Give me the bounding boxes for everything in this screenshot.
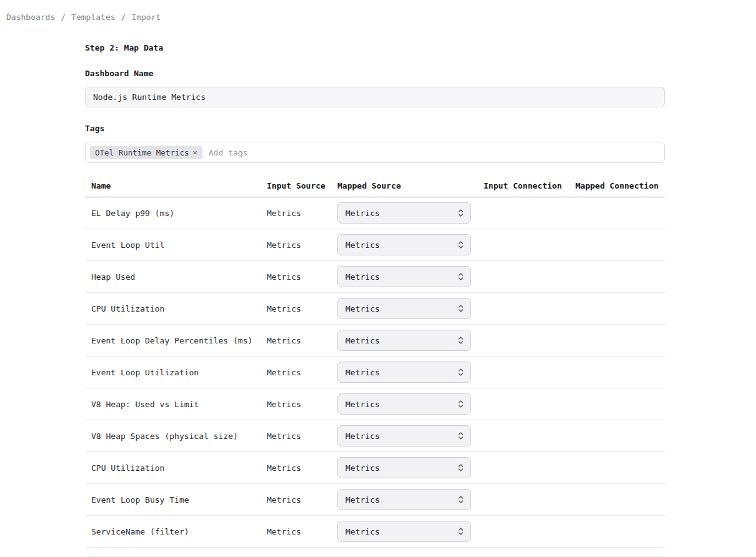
mapped-source-select[interactable]: Metrics [337,330,471,351]
mapped-source-select[interactable]: Metrics [337,298,471,319]
dashboard-name-input[interactable] [85,87,665,107]
add-tags-input[interactable] [209,148,660,157]
table-header-row: Name Input Source Mapped Source Input Co… [85,174,665,197]
breadcrumb-item-templates[interactable]: Templates [71,12,115,22]
row-name: Event Loop Delay Percentiles (ms) [85,336,267,345]
table-row: V8 Heap: Used vs Limit Metrics Metrics [85,388,665,420]
row-input-source: Metrics [267,240,337,250]
mapped-source-value: Metrics [346,304,380,313]
row-name: ServiceName (filter) [85,527,267,536]
mapped-source-select[interactable]: Metrics [337,457,471,478]
row-input-source: Metrics [267,368,337,377]
mapped-source-value: Metrics [346,272,380,282]
chevron-up-down-icon [457,495,464,505]
row-input-source: Metrics [267,336,337,345]
header-mapped-connection: Mapped Connection [575,181,665,190]
breadcrumb-separator: / [61,12,66,22]
tags-label: Tags [85,124,665,133]
mapped-source-value: Metrics [346,527,380,536]
dashboard-name-label: Dashboard Name [85,69,665,78]
row-input-source: Metrics [267,431,337,441]
mapped-source-select[interactable]: Metrics [337,362,471,383]
table-row: Heap Used Metrics Metrics [85,261,665,293]
step-title: Step 2: Map Data [85,43,665,52]
import-step-panel: Step 2: Map Data Dashboard Name Tags OTe… [85,43,665,557]
tags-input-box[interactable]: OTel Runtime Metrics ✕ [85,142,665,163]
row-input-source: Metrics [267,527,337,536]
mapped-source-value: Metrics [346,431,380,441]
mapping-table: Name Input Source Mapped Source Input Co… [85,174,665,548]
mapped-source-value: Metrics [346,336,380,345]
table-row: CPU Utilization Metrics Metrics [85,452,665,484]
row-input-source: Metrics [267,304,337,313]
table-row: Event Loop Delay Percentiles (ms) Metric… [85,325,665,357]
table-row: V8 Heap Spaces (physical size) Metrics M… [85,420,665,452]
chevron-up-down-icon [457,399,464,409]
table-row: Event Loop Util Metrics Metrics [85,229,665,261]
mapped-source-value: Metrics [346,240,380,250]
breadcrumb-separator: / [121,12,126,22]
mapped-source-select[interactable]: Metrics [337,425,471,446]
row-name: Heap Used [85,272,267,282]
table-row: Event Loop Busy Time Metrics Metrics [85,484,665,516]
row-name: EL Delay p99 (ms) [85,209,267,218]
chevron-up-down-icon [457,463,464,473]
table-row: ServiceName (filter) Metrics Metrics [85,516,665,548]
chevron-up-down-icon [457,335,464,345]
header-input-source: Input Source [267,181,337,190]
mapped-source-value: Metrics [346,368,380,377]
header-input-connection: Input Connection [484,181,575,190]
row-input-source: Metrics [267,463,337,473]
mapped-source-value: Metrics [346,400,380,409]
row-input-source: Metrics [267,272,337,282]
row-name: CPU Utilization [85,304,267,313]
breadcrumb-item-import: Import [131,12,161,22]
mapped-source-select[interactable]: Metrics [337,393,471,415]
header-name: Name [85,181,267,190]
chevron-up-down-icon [457,208,464,218]
row-name: V8 Heap: Used vs Limit [85,400,267,409]
mapped-source-select[interactable]: Metrics [337,234,471,255]
chevron-up-down-icon [457,272,464,282]
chevron-up-down-icon [457,367,464,377]
mapped-source-select[interactable]: Metrics [337,202,471,224]
breadcrumb: Dashboards / Templates / Import [0,0,756,22]
mapped-source-select[interactable]: Metrics [337,266,471,287]
chevron-up-down-icon [457,431,464,441]
row-input-source: Metrics [267,495,337,505]
mapped-source-value: Metrics [346,209,380,218]
mapped-source-value: Metrics [346,463,380,473]
chevron-up-down-icon [457,303,464,313]
breadcrumb-item-dashboards[interactable]: Dashboards [6,12,55,22]
tag-chip: OTel Runtime Metrics ✕ [90,146,202,159]
table-row: EL Delay p99 (ms) Metrics Metrics [85,197,665,229]
row-name: V8 Heap Spaces (physical size) [85,431,267,441]
row-input-source: Metrics [267,209,337,218]
header-mapped-source: Mapped Source [337,181,484,190]
row-name: Event Loop Util [85,240,267,250]
chevron-up-down-icon [457,240,464,250]
row-input-source: Metrics [267,400,337,409]
mapped-source-select[interactable]: Metrics [337,521,471,542]
row-name: Event Loop Busy Time [85,495,267,505]
mapped-source-value: Metrics [346,495,380,505]
mapped-source-select[interactable]: Metrics [337,489,471,510]
row-name: CPU Utilization [85,463,267,473]
table-row: CPU Utilization Metrics Metrics [85,293,665,325]
chevron-up-down-icon [457,526,464,536]
tag-remove-icon[interactable]: ✕ [193,149,197,156]
tag-chip-label: OTel Runtime Metrics [95,148,189,157]
table-row: Event Loop Utilization Metrics Metrics [85,357,665,388]
table-body: EL Delay p99 (ms) Metrics Metrics Event … [85,197,665,548]
row-name: Event Loop Utilization [85,368,267,377]
